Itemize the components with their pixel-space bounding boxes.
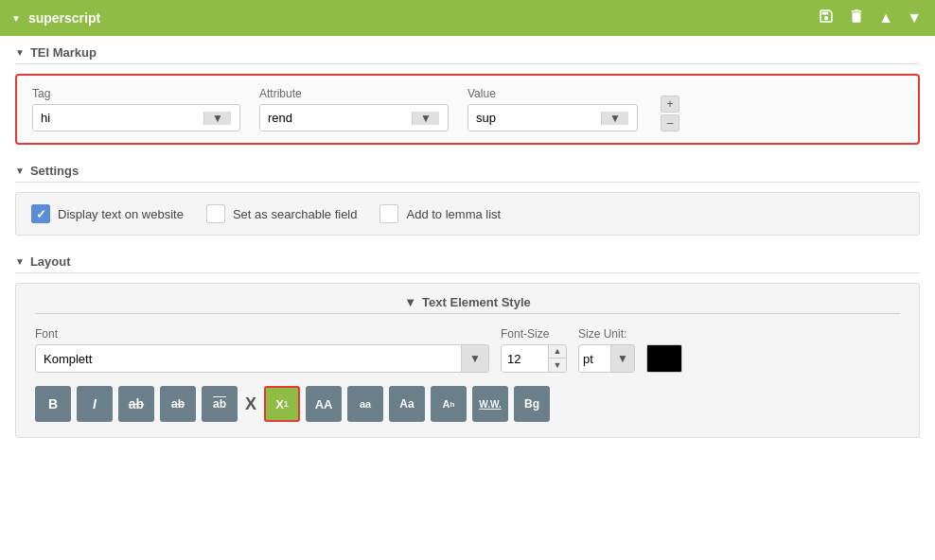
superscript-button[interactable]: X1: [264, 386, 300, 422]
font-dropdown-arrow[interactable]: ▼: [461, 345, 488, 372]
title-case-button[interactable]: Aa: [389, 386, 425, 422]
settings-section: ▼ Settings Display text on website Set a…: [0, 154, 935, 245]
searchable-label: Set as searchable field: [233, 207, 358, 221]
background-button[interactable]: Bg: [514, 386, 550, 422]
add-remove-buttons: + –: [661, 96, 679, 131]
font-size-input[interactable]: 12: [502, 346, 548, 372]
value-label: Value: [468, 87, 638, 100]
layout-section-label: Layout: [30, 254, 71, 269]
searchable-checkbox-item[interactable]: Set as searchable field: [206, 204, 358, 223]
all-caps-button[interactable]: AA: [306, 386, 342, 422]
strikethrough-button-2[interactable]: ab: [160, 386, 196, 422]
tag-field: Tag hi ▼: [32, 87, 240, 131]
font-label: Font: [35, 327, 489, 341]
lowercase-button[interactable]: aa: [347, 386, 383, 422]
size-unit-select[interactable]: pt px em: [579, 346, 610, 372]
bold-button[interactable]: B: [35, 386, 71, 422]
x-separator: X: [243, 394, 258, 414]
attribute-select-wrap: rend ▼: [259, 104, 449, 131]
size-unit-dropdown-arrow[interactable]: ▼: [610, 345, 634, 372]
font-size-field: Font-Size 12 ▲ ▼: [501, 327, 567, 373]
size-unit-label: Size Unit:: [578, 327, 635, 341]
value-field: Value sup ▼: [468, 87, 638, 131]
value-dropdown-arrow[interactable]: ▼: [601, 112, 628, 125]
top-bar-actions: ▲ ▼: [816, 6, 924, 30]
move-down-button[interactable]: ▼: [905, 8, 924, 28]
tei-markup-section: ▼ TEI Markup Tag hi ▼ Attribute rend ▼: [0, 36, 935, 154]
collapse-triangle[interactable]: ▼: [11, 13, 21, 24]
add-row-button[interactable]: +: [661, 96, 679, 113]
delete-button[interactable]: [846, 6, 867, 30]
overline-button[interactable]: ab: [202, 386, 238, 422]
layout-header: ▼ Layout: [15, 254, 920, 273]
display-text-checkbox-item[interactable]: Display text on website: [31, 204, 184, 223]
settings-collapse-triangle[interactable]: ▼: [15, 166, 25, 176]
tei-markup-header: ▼ TEI Markup: [15, 45, 920, 64]
lemma-checkbox-item[interactable]: Add to lemma list: [379, 204, 501, 223]
font-size-down-button[interactable]: ▼: [549, 359, 566, 372]
lemma-checkbox[interactable]: [379, 204, 398, 223]
text-element-style-header: ▼ Text Element Style: [35, 295, 900, 314]
text-element-style-label: Text Element Style: [422, 295, 531, 309]
move-up-button[interactable]: ▲: [876, 8, 895, 28]
value-select[interactable]: sup: [468, 105, 601, 131]
value-select-wrap: sup ▼: [468, 104, 638, 131]
layout-section: ▼ Layout ▼ Text Element Style Font Kompl…: [0, 245, 935, 447]
italic-button[interactable]: I: [77, 386, 113, 422]
word-underline-button[interactable]: W.W.: [472, 386, 508, 422]
settings-section-label: Settings: [30, 164, 79, 178]
color-swatch[interactable]: [646, 344, 682, 373]
tag-label: Tag: [32, 87, 240, 100]
layout-collapse-triangle[interactable]: ▼: [15, 256, 25, 267]
strikethrough-button-1[interactable]: ab: [118, 386, 154, 422]
font-select-wrap: Komplett ▼: [35, 344, 489, 373]
font-select[interactable]: Komplett: [36, 346, 461, 372]
attribute-label: Attribute: [259, 87, 449, 100]
layout-inner: ▼ Text Element Style Font Komplett ▼ Fon…: [15, 283, 920, 438]
lemma-label: Add to lemma list: [406, 207, 501, 221]
align-button[interactable]: Ah: [431, 386, 467, 422]
tei-section-label: TEI Markup: [30, 45, 97, 60]
font-size-wrap: 12 ▲ ▼: [501, 344, 567, 373]
font-size-spinners: ▲ ▼: [548, 345, 566, 372]
font-size-up-button[interactable]: ▲: [549, 345, 566, 359]
attribute-dropdown-arrow[interactable]: ▼: [412, 112, 439, 125]
remove-row-button[interactable]: –: [661, 114, 679, 131]
top-bar: ▼ superscript ▲ ▼: [0, 0, 935, 36]
tag-select[interactable]: hi: [33, 105, 203, 131]
attribute-select[interactable]: rend: [260, 105, 412, 131]
text-style-collapse-triangle[interactable]: ▼: [404, 295, 416, 309]
tag-select-wrap: hi ▼: [32, 104, 240, 131]
font-size-label: Font-Size: [501, 327, 567, 341]
size-unit-field: Size Unit: pt px em ▼: [578, 327, 635, 373]
top-bar-title-group: ▼ superscript: [11, 10, 100, 26]
size-unit-wrap: pt px em ▼: [578, 344, 635, 373]
format-buttons-row: B I ab ab ab X X1 AA aa Aa Ah W.W. Bg: [35, 386, 900, 422]
font-field: Font Komplett ▼: [35, 327, 489, 373]
tei-collapse-triangle[interactable]: ▼: [15, 47, 25, 58]
save-button[interactable]: [816, 6, 837, 30]
searchable-checkbox[interactable]: [206, 204, 225, 223]
tag-dropdown-arrow[interactable]: ▼: [203, 112, 231, 125]
attribute-field: Attribute rend ▼: [259, 87, 449, 131]
tei-markup-box: Tag hi ▼ Attribute rend ▼ Value: [15, 74, 920, 145]
font-row: Font Komplett ▼ Font-Size 12 ▲ ▼: [35, 327, 900, 373]
top-bar-title: superscript: [28, 10, 100, 26]
settings-header: ▼ Settings: [15, 164, 920, 183]
display-text-label: Display text on website: [58, 207, 184, 221]
settings-box: Display text on website Set as searchabl…: [15, 192, 920, 236]
display-text-checkbox[interactable]: [31, 204, 50, 223]
